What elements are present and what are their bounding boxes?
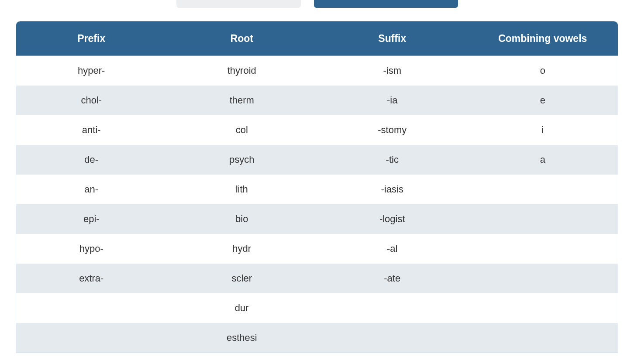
cell-prefix xyxy=(16,293,167,323)
cell-vowel xyxy=(468,234,618,264)
cell-prefix: hyper- xyxy=(16,55,167,86)
table-row: an- lith -iasis xyxy=(16,175,618,204)
table-row: chol- therm -ia e xyxy=(16,86,618,115)
cell-suffix: -stomy xyxy=(317,115,468,145)
table-row: esthesi xyxy=(16,323,618,353)
table-row: epi- bio -logist xyxy=(16,204,618,234)
table-row: de- psych -tic a xyxy=(16,145,618,175)
cell-root: scler xyxy=(167,264,317,293)
cell-prefix: de- xyxy=(16,145,167,175)
cell-root: bio xyxy=(167,204,317,234)
cell-suffix: -ia xyxy=(317,86,468,115)
table-row: anti- col -stomy i xyxy=(16,115,618,145)
table-body: hyper- thyroid -ism o chol- therm -ia e … xyxy=(16,55,618,353)
cell-suffix: -ate xyxy=(317,264,468,293)
cell-suffix: -ism xyxy=(317,55,468,86)
button-light-fragment[interactable] xyxy=(176,0,301,8)
cell-vowel xyxy=(468,323,618,353)
cell-prefix: anti- xyxy=(16,115,167,145)
cell-vowel: i xyxy=(468,115,618,145)
table-row: extra- scler -ate xyxy=(16,264,618,293)
cell-prefix: chol- xyxy=(16,86,167,115)
header-root: Root xyxy=(167,21,317,55)
cell-prefix xyxy=(16,323,167,353)
cell-suffix: -tic xyxy=(317,145,468,175)
cell-prefix: epi- xyxy=(16,204,167,234)
cell-root: psych xyxy=(167,145,317,175)
header-combining-vowels: Combining vowels xyxy=(468,21,618,55)
cell-vowel xyxy=(468,175,618,204)
cell-root: therm xyxy=(167,86,317,115)
table-row: dur xyxy=(16,293,618,323)
cell-suffix: -iasis xyxy=(317,175,468,204)
cell-vowel: o xyxy=(468,55,618,86)
button-dark-fragment[interactable] xyxy=(314,0,458,8)
word-parts-table: Prefix Root Suffix Combining vowels hype… xyxy=(16,21,618,353)
cell-root: dur xyxy=(167,293,317,323)
cell-vowel: e xyxy=(468,86,618,115)
cell-suffix: -logist xyxy=(317,204,468,234)
cell-vowel xyxy=(468,293,618,323)
cell-vowel xyxy=(468,264,618,293)
cell-prefix: hypo- xyxy=(16,234,167,264)
word-parts-table-container: Prefix Root Suffix Combining vowels hype… xyxy=(16,21,618,353)
cell-prefix: an- xyxy=(16,175,167,204)
table-header-row: Prefix Root Suffix Combining vowels xyxy=(16,21,618,55)
cell-root: thyroid xyxy=(167,55,317,86)
cell-suffix xyxy=(317,293,468,323)
cell-root: col xyxy=(167,115,317,145)
top-button-row xyxy=(16,0,618,8)
header-prefix: Prefix xyxy=(16,21,167,55)
cell-vowel: a xyxy=(468,145,618,175)
cell-root: lith xyxy=(167,175,317,204)
cell-suffix xyxy=(317,323,468,353)
table-row: hyper- thyroid -ism o xyxy=(16,55,618,86)
cell-suffix: -al xyxy=(317,234,468,264)
cell-prefix: extra- xyxy=(16,264,167,293)
table-row: hypo- hydr -al xyxy=(16,234,618,264)
cell-vowel xyxy=(468,204,618,234)
cell-root: hydr xyxy=(167,234,317,264)
cell-root: esthesi xyxy=(167,323,317,353)
header-suffix: Suffix xyxy=(317,21,468,55)
